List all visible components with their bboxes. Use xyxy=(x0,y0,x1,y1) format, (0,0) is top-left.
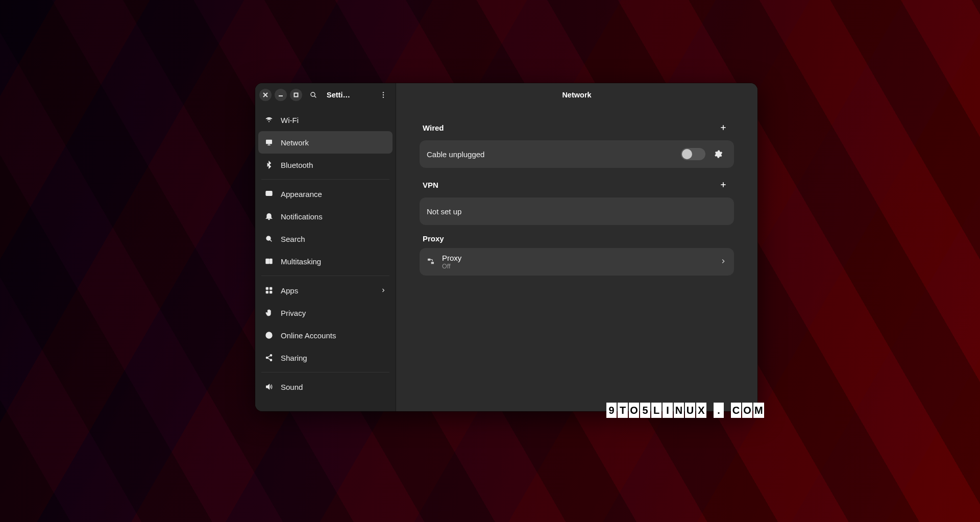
sidebar-separator xyxy=(261,372,389,372)
search-icon xyxy=(264,235,274,243)
svg-rect-16 xyxy=(266,287,268,290)
sidebar-label: Network xyxy=(281,138,386,147)
minimize-button[interactable] xyxy=(275,89,287,101)
svg-point-5 xyxy=(383,96,384,97)
sidebar-label: Notifications xyxy=(281,212,386,221)
svg-rect-31 xyxy=(431,262,434,264)
sidebar-item-online-accounts[interactable]: Online Accounts xyxy=(258,324,393,346)
section-title: VPN xyxy=(423,181,438,189)
bell-icon xyxy=(264,212,274,220)
vpn-status-text: Not set up xyxy=(427,207,461,216)
add-wired-button[interactable] xyxy=(716,120,731,135)
sidebar-item-appearance[interactable]: Appearance xyxy=(258,183,393,205)
proxy-icon xyxy=(427,257,435,267)
sidebar-item-sound[interactable]: Sound xyxy=(258,376,393,398)
sidebar-item-search[interactable]: Search xyxy=(258,228,393,250)
section-head-wired: Wired xyxy=(423,120,731,135)
search-button[interactable] xyxy=(305,87,322,103)
chevron-right-icon xyxy=(380,286,386,295)
sidebar-item-privacy[interactable]: Privacy xyxy=(258,302,393,324)
wired-toggle[interactable] xyxy=(681,148,705,160)
bluetooth-icon xyxy=(264,161,274,169)
share-icon xyxy=(264,354,274,362)
sidebar-label: Privacy xyxy=(281,309,386,317)
svg-rect-30 xyxy=(428,258,430,260)
maximize-button[interactable] xyxy=(290,89,302,101)
sidebar-item-bluetooth[interactable]: Bluetooth xyxy=(258,154,393,176)
sidebar-label: Sharing xyxy=(281,354,386,362)
app-title: Settings xyxy=(327,91,353,99)
proxy-row-title: Proxy xyxy=(442,254,713,263)
svg-line-13 xyxy=(270,240,272,241)
svg-rect-15 xyxy=(270,259,272,263)
content-pane: Network Wired Cable unplugged VPN xyxy=(396,83,757,411)
sidebar-item-sharing[interactable]: Sharing xyxy=(258,346,393,369)
wifi-icon xyxy=(264,116,274,124)
svg-point-3 xyxy=(383,92,384,93)
wired-status-text: Cable unplugged xyxy=(427,150,681,159)
section-head-proxy: Proxy xyxy=(423,234,731,243)
sidebar-item-wifi[interactable]: Wi-Fi xyxy=(258,109,393,131)
appearance-icon xyxy=(264,190,274,198)
svg-line-25 xyxy=(267,358,270,360)
watermark: 9TO5 LINUX . COM xyxy=(606,403,764,418)
svg-rect-14 xyxy=(266,259,269,263)
sidebar-label: Appearance xyxy=(281,190,386,198)
sidebar-nav: Wi-Fi Network Bluetooth Appearance Notif… xyxy=(255,107,396,403)
settings-sidebar: Settings Wi-Fi Network Bluetooth xyxy=(255,83,396,411)
multitasking-icon xyxy=(264,257,274,265)
sidebar-header: Settings xyxy=(255,83,396,107)
svg-line-24 xyxy=(267,356,270,357)
svg-line-2 xyxy=(314,96,316,97)
svg-point-12 xyxy=(266,236,271,240)
svg-point-1 xyxy=(311,92,315,96)
section-title: Wired xyxy=(423,123,444,132)
sidebar-label: Apps xyxy=(281,286,373,295)
proxy-row-subtitle: Off xyxy=(442,263,713,270)
settings-window: Settings Wi-Fi Network Bluetooth xyxy=(255,83,757,411)
proxy-row[interactable]: Proxy Off xyxy=(420,248,734,276)
sidebar-separator xyxy=(261,179,389,180)
sidebar-item-multitasking[interactable]: Multitasking xyxy=(258,250,393,272)
svg-rect-19 xyxy=(270,291,272,293)
svg-rect-0 xyxy=(295,93,298,97)
content-body: Wired Cable unplugged VPN Not xyxy=(396,107,757,276)
sidebar-label: Bluetooth xyxy=(281,161,386,169)
sidebar-item-notifications[interactable]: Notifications xyxy=(258,205,393,228)
svg-rect-18 xyxy=(266,291,268,293)
wired-settings-button[interactable] xyxy=(709,145,727,163)
sound-icon xyxy=(264,383,274,391)
svg-rect-7 xyxy=(266,140,272,143)
sidebar-label: Online Accounts xyxy=(281,331,386,340)
sidebar-item-network[interactable]: Network xyxy=(258,131,393,154)
wired-status-row: Cable unplugged xyxy=(420,140,734,168)
sidebar-label: Sound xyxy=(281,383,386,391)
globe-icon xyxy=(264,331,274,339)
sidebar-label: Wi-Fi xyxy=(281,116,386,125)
hamburger-menu-button[interactable] xyxy=(375,87,391,103)
add-vpn-button[interactable] xyxy=(716,177,731,192)
section-title: Proxy xyxy=(423,234,444,243)
apps-icon xyxy=(264,286,274,294)
chevron-right-icon xyxy=(720,258,727,266)
section-head-vpn: VPN xyxy=(423,177,731,192)
sidebar-label: Multitasking xyxy=(281,257,386,266)
svg-point-4 xyxy=(383,94,384,95)
page-title: Network xyxy=(396,83,757,107)
sidebar-separator xyxy=(261,276,389,276)
vpn-status-row: Not set up xyxy=(420,197,734,225)
close-button[interactable] xyxy=(259,89,272,101)
hand-icon xyxy=(264,309,274,317)
sidebar-item-apps[interactable]: Apps xyxy=(258,279,393,302)
network-icon xyxy=(264,138,274,146)
svg-rect-17 xyxy=(270,287,272,290)
sidebar-label: Search xyxy=(281,235,386,243)
svg-point-6 xyxy=(268,121,270,122)
